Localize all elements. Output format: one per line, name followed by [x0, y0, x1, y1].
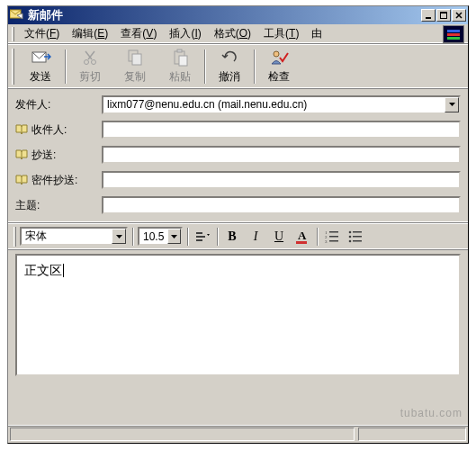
fmtbar-grip — [13, 227, 16, 247]
body-wrap: 正文区 — [8, 250, 468, 383]
fmt-separator — [217, 228, 218, 246]
svg-rect-17 — [196, 236, 205, 238]
menu-more[interactable]: 由 — [305, 24, 328, 43]
toolbar-separator — [254, 50, 255, 84]
menu-edit[interactable]: 编辑(E) — [66, 24, 114, 43]
svg-rect-16 — [196, 232, 202, 234]
watermark-text: tubatu.com — [400, 407, 463, 419]
to-input[interactable] — [102, 121, 461, 139]
from-dropdown[interactable]: lixm077@nenu.edu.cn (mail.nenu.edu.cn) — [102, 95, 461, 114]
svg-rect-24 — [329, 231, 338, 233]
to-label-button[interactable]: 收件人: — [15, 122, 102, 138]
compose-window: 新邮件 文件(F) 编辑(E) 查看(V) 插入(I) 格式(O) 工具(T) … — [7, 5, 469, 444]
menu-tools[interactable]: 工具(T) — [257, 24, 305, 43]
svg-rect-31 — [353, 236, 362, 238]
svg-rect-1 — [426, 17, 431, 19]
addressbook-icon — [15, 124, 28, 135]
svg-rect-6 — [447, 37, 460, 40]
copy-label: 复制 — [124, 69, 146, 85]
undo-label: 撤消 — [219, 69, 240, 85]
font-size-combo[interactable]: 10.5 — [138, 227, 183, 246]
svg-rect-13 — [177, 50, 182, 52]
send-icon — [30, 48, 51, 68]
cc-label-button[interactable]: 抄送: — [15, 148, 102, 163]
copy-icon — [126, 48, 144, 68]
cut-button[interactable]: 剪切 — [67, 47, 112, 86]
close-button[interactable] — [452, 9, 466, 22]
svg-rect-30 — [353, 231, 362, 233]
check-button[interactable]: 检查 — [256, 47, 301, 86]
paragraph-style-button[interactable] — [193, 227, 212, 247]
svg-point-15 — [274, 51, 279, 57]
status-bar — [8, 425, 468, 443]
check-names-icon — [269, 48, 289, 68]
svg-text:A: A — [298, 229, 307, 242]
from-label: 发件人: — [15, 97, 102, 112]
svg-rect-3 — [440, 12, 447, 14]
bold-button[interactable]: B — [222, 227, 242, 247]
maximize-button[interactable] — [436, 9, 451, 22]
minimize-button[interactable] — [421, 9, 436, 22]
svg-rect-4 — [447, 33, 460, 36]
subject-input[interactable] — [102, 196, 461, 214]
menu-format[interactable]: 格式(O) — [208, 24, 257, 43]
addressbook-icon — [15, 149, 28, 160]
menu-file[interactable]: 文件(F) — [18, 24, 66, 43]
toolbar-grip — [12, 49, 14, 85]
svg-rect-18 — [196, 239, 202, 241]
throbber-icon — [443, 25, 464, 43]
paste-button[interactable]: 粘贴 — [157, 47, 202, 86]
copy-button[interactable]: 复制 — [112, 47, 157, 86]
menubar-grip — [12, 27, 14, 41]
text-caret — [63, 264, 64, 277]
svg-rect-5 — [447, 30, 460, 32]
compose-mail-icon — [10, 8, 24, 22]
titlebar: 新邮件 — [8, 6, 468, 24]
main-toolbar: 发送 剪切 复制 粘贴 撤消 — [8, 44, 468, 89]
svg-rect-14 — [179, 56, 187, 66]
message-headers: 发件人: lixm077@nenu.edu.cn (mail.nenu.edu.… — [8, 89, 468, 223]
send-label: 发送 — [30, 69, 51, 85]
subject-label: 主题: — [15, 198, 102, 213]
fmt-separator — [187, 228, 188, 246]
italic-button[interactable]: I — [246, 227, 265, 247]
toolbar-separator — [204, 50, 205, 84]
message-body-editor[interactable]: 正文区 — [15, 254, 461, 376]
formatting-toolbar: 宋体 10.5 B I U A 123 — [8, 223, 468, 250]
body-text: 正文区 — [24, 263, 62, 277]
check-label: 检查 — [268, 69, 290, 85]
send-button[interactable]: 发送 — [18, 47, 63, 86]
cc-input[interactable] — [102, 146, 461, 164]
chevron-down-icon[interactable] — [112, 229, 126, 244]
from-value: lixm077@nenu.edu.cn (mail.nenu.edu.cn) — [103, 98, 445, 111]
menubar: 文件(F) 编辑(E) 查看(V) 插入(I) 格式(O) 工具(T) 由 — [8, 24, 468, 44]
font-family-combo[interactable]: 宋体 — [20, 227, 128, 246]
from-dropdown-arrow[interactable] — [445, 97, 459, 112]
bullet-list-button[interactable] — [346, 227, 365, 247]
undo-button[interactable]: 撤消 — [207, 47, 252, 86]
undo-icon — [220, 48, 238, 68]
svg-point-28 — [349, 235, 352, 238]
paste-icon — [171, 48, 189, 68]
bcc-label-button[interactable]: 密件抄送: — [15, 173, 102, 188]
status-panel-main — [10, 428, 355, 441]
numbered-list-button[interactable]: 123 — [322, 227, 342, 247]
menu-insert[interactable]: 插入(I) — [163, 24, 207, 43]
fmt-separator — [317, 228, 318, 246]
fmt-separator — [132, 228, 133, 246]
svg-text:3: 3 — [325, 239, 328, 244]
underline-button[interactable]: U — [269, 227, 289, 247]
window-title: 新邮件 — [28, 8, 421, 23]
menu-view[interactable]: 查看(V) — [114, 24, 163, 43]
bcc-input[interactable] — [102, 171, 461, 189]
svg-rect-32 — [353, 240, 362, 242]
svg-rect-20 — [296, 241, 307, 244]
cut-label: 剪切 — [79, 69, 101, 85]
svg-point-29 — [349, 239, 352, 242]
font-color-button[interactable]: A — [292, 227, 312, 247]
status-panel-right — [358, 428, 466, 441]
svg-rect-26 — [329, 240, 338, 242]
chevron-down-icon[interactable] — [167, 229, 181, 244]
svg-rect-11 — [132, 54, 141, 65]
toolbar-separator — [65, 50, 66, 84]
